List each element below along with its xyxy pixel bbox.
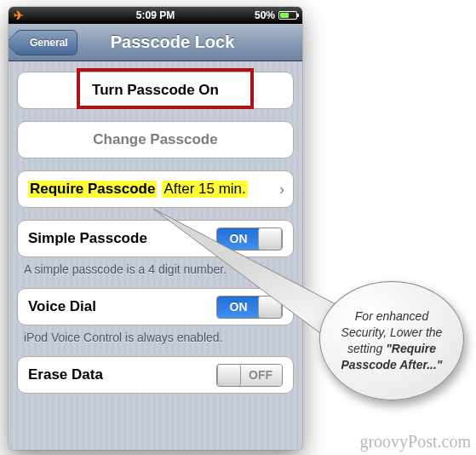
- nav-bar: General Passcode Lock: [9, 24, 302, 61]
- require-passcode-row[interactable]: Require Passcode After 15 min. ›: [17, 170, 294, 208]
- turn-passcode-on-label: Turn Passcode On: [92, 82, 219, 99]
- toggle-knob: [217, 365, 241, 386]
- status-time: 5:09 PM: [136, 9, 175, 21]
- change-passcode-label: Change Passcode: [93, 131, 217, 148]
- voice-dial-label: Voice Dial: [28, 298, 96, 315]
- back-button[interactable]: General: [15, 30, 77, 55]
- watermark: groovyPost.com: [359, 432, 471, 452]
- simple-passcode-toggle[interactable]: ON OFF: [216, 228, 283, 251]
- toggle-off-text: OFF: [239, 365, 282, 386]
- turn-passcode-on-button[interactable]: Turn Passcode On: [17, 72, 294, 109]
- require-passcode-label: Require Passcode: [28, 181, 157, 198]
- toggle-knob: [258, 228, 282, 250]
- erase-data-row: Erase Data ON OFF: [17, 356, 294, 394]
- battery-percent: 50%: [255, 9, 275, 21]
- back-button-label: General: [30, 37, 68, 49]
- battery-icon: [278, 11, 297, 20]
- toggle-on-text: ON: [217, 297, 260, 318]
- erase-data-toggle[interactable]: ON OFF: [216, 364, 283, 387]
- require-passcode-value: After 15 min.: [162, 181, 247, 198]
- voice-dial-footer: iPod Voice Control is always enabled.: [17, 325, 294, 344]
- status-bar: ✈ 5:09 PM 50%: [9, 7, 302, 24]
- simple-passcode-footer: A simple passcode is a 4 digit number.: [17, 257, 294, 276]
- voice-dial-toggle[interactable]: ON OFF: [216, 296, 283, 319]
- voice-dial-row: Voice Dial ON OFF: [17, 288, 294, 325]
- toggle-knob: [258, 297, 282, 318]
- airplane-mode-icon: ✈: [14, 9, 24, 21]
- erase-data-label: Erase Data: [28, 366, 103, 383]
- annotation-callout: For enhanced Security, Lower the setting…: [319, 281, 464, 400]
- toggle-on-text: ON: [217, 228, 260, 250]
- simple-passcode-row: Simple Passcode ON OFF: [17, 220, 294, 257]
- simple-passcode-label: Simple Passcode: [28, 230, 147, 247]
- settings-content: Turn Passcode On Change Passcode Require…: [9, 61, 302, 450]
- change-passcode-button[interactable]: Change Passcode: [17, 121, 294, 158]
- chevron-right-icon: ›: [279, 181, 284, 199]
- device-frame: ✈ 5:09 PM 50% General Passcode Lock Turn…: [9, 7, 302, 450]
